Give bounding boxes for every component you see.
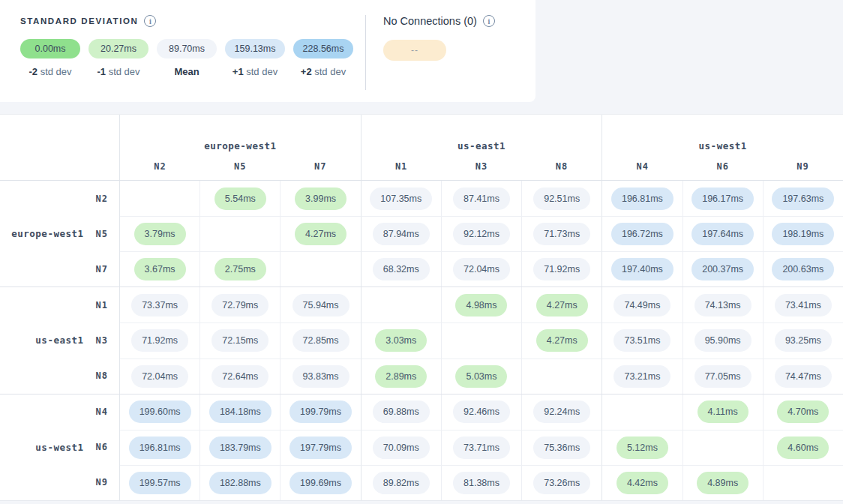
latency-pill[interactable]: 183.79ms <box>209 436 272 459</box>
column-group-europe-west1: europe-west1N2N5N7 <box>120 115 361 180</box>
legend-pill-mean: 89.70ms <box>157 39 217 58</box>
latency-pill[interactable]: 184.18ms <box>209 400 272 423</box>
latency-pill[interactable]: 72.79ms <box>212 294 268 316</box>
latency-pill[interactable]: 73.51ms <box>614 329 670 352</box>
latency-pill[interactable]: 74.47ms <box>775 365 832 388</box>
matrix-cell: 4.60ms <box>763 430 843 465</box>
latency-pill[interactable]: 73.21ms <box>614 365 670 388</box>
latency-pill[interactable]: 75.94ms <box>292 294 350 316</box>
latency-pill[interactable]: 197.40ms <box>611 258 674 280</box>
latency-pill[interactable]: 4.98ms <box>455 294 507 316</box>
matrix-cell: 200.37ms <box>682 251 763 286</box>
latency-pill[interactable]: 71.73ms <box>533 223 590 245</box>
latency-pill[interactable]: 72.04ms <box>453 258 510 280</box>
latency-pill[interactable]: 182.88ms <box>209 472 272 494</box>
matrix-cell: 69.88ms <box>361 394 441 430</box>
latency-pill[interactable]: 199.79ms <box>290 400 352 423</box>
latency-pill[interactable]: 70.09ms <box>373 436 430 459</box>
latency-pill[interactable]: 197.63ms <box>772 188 834 210</box>
latency-pill[interactable]: 196.81ms <box>129 436 191 459</box>
latency-pill[interactable]: 71.92ms <box>131 329 188 352</box>
latency-pill[interactable]: 2.89ms <box>375 365 427 388</box>
column-node-label-N8: N8 <box>521 161 602 172</box>
latency-pill[interactable]: 92.51ms <box>533 188 590 210</box>
matrix-cell: 72.15ms <box>200 322 280 358</box>
latency-pill[interactable]: 199.60ms <box>129 400 191 423</box>
matrix-cell: 92.46ms <box>441 394 521 430</box>
latency-pill[interactable]: 196.81ms <box>611 188 674 210</box>
latency-pill[interactable]: 74.49ms <box>614 294 670 316</box>
latency-pill[interactable]: 199.57ms <box>129 472 191 494</box>
latency-pill[interactable]: 5.54ms <box>214 188 266 210</box>
latency-pill[interactable]: 75.36ms <box>533 436 590 459</box>
latency-pill[interactable]: 93.83ms <box>292 365 350 388</box>
matrix-cell: 95.90ms <box>682 322 763 358</box>
latency-pill[interactable]: 197.64ms <box>692 223 754 245</box>
matrix-cell: 72.04ms <box>441 251 521 286</box>
latency-pill[interactable]: 4.27ms <box>295 223 346 245</box>
latency-pill[interactable]: 87.94ms <box>373 223 430 245</box>
latency-pill[interactable]: 107.35ms <box>370 188 432 210</box>
matrix-cell: 87.94ms <box>361 216 441 251</box>
matrix-cell: 89.82ms <box>361 465 441 500</box>
latency-pill[interactable]: 4.11ms <box>698 400 748 423</box>
latency-pill[interactable]: 3.99ms <box>295 188 346 210</box>
latency-pill[interactable]: 4.42ms <box>616 472 668 494</box>
latency-pill[interactable]: 92.12ms <box>453 223 510 245</box>
latency-pill[interactable]: 5.03ms <box>455 365 507 388</box>
latency-pill[interactable]: 3.03ms <box>375 329 427 352</box>
latency-pill[interactable]: 95.90ms <box>694 329 752 352</box>
latency-pill[interactable]: 72.85ms <box>292 329 350 352</box>
latency-pill[interactable]: 77.05ms <box>694 365 752 388</box>
latency-pill[interactable]: 4.27ms <box>536 294 588 316</box>
latency-pill[interactable]: 196.17ms <box>692 188 754 210</box>
latency-pill[interactable]: 93.25ms <box>775 329 832 352</box>
latency-pill[interactable]: 4.60ms <box>777 436 829 459</box>
latency-pill[interactable]: 89.82ms <box>373 472 430 494</box>
matrix-cell: 197.40ms <box>602 251 682 286</box>
latency-pill[interactable]: 197.79ms <box>290 436 352 459</box>
latency-pill[interactable]: 199.69ms <box>290 472 352 494</box>
legend-label-plus2: +2 std dev <box>293 66 353 77</box>
latency-pill[interactable]: 69.88ms <box>373 400 430 423</box>
latency-pill[interactable]: 200.37ms <box>692 258 754 280</box>
matrix-cell-self <box>200 216 280 251</box>
latency-pill[interactable]: 200.63ms <box>772 258 834 280</box>
latency-pill[interactable]: 73.26ms <box>533 472 590 494</box>
latency-pill[interactable]: 92.46ms <box>453 400 510 423</box>
row-label-cell: europe-west1N5 <box>0 216 120 251</box>
matrix-cell: 72.79ms <box>200 287 280 322</box>
matrix-cell: 92.51ms <box>521 181 602 216</box>
latency-pill[interactable]: 81.38ms <box>453 472 510 494</box>
latency-pill[interactable]: 87.41ms <box>453 188 510 210</box>
latency-pill[interactable]: 74.13ms <box>694 294 752 316</box>
latency-pill[interactable]: 72.04ms <box>131 365 188 388</box>
latency-pill[interactable]: 71.92ms <box>533 258 590 280</box>
matrix-cell: 73.37ms <box>120 287 200 322</box>
latency-pill[interactable]: 2.75ms <box>214 258 266 280</box>
latency-pill[interactable]: 3.79ms <box>134 223 186 245</box>
latency-pill[interactable]: 196.72ms <box>611 223 674 245</box>
latency-pill[interactable]: 72.64ms <box>212 365 268 388</box>
latency-pill[interactable]: 72.15ms <box>212 329 268 352</box>
matrix-cell: 71.92ms <box>120 322 200 358</box>
latency-pill[interactable]: 73.37ms <box>131 294 188 316</box>
latency-pill[interactable]: 73.71ms <box>453 436 510 459</box>
row-node-label-N9: N9 <box>96 477 108 488</box>
info-icon[interactable]: i <box>144 15 156 27</box>
latency-pill[interactable]: 73.41ms <box>775 294 832 316</box>
latency-pill[interactable]: 92.24ms <box>533 400 590 423</box>
matrix-cell: 71.73ms <box>521 216 602 251</box>
latency-pill[interactable]: 4.89ms <box>697 472 748 494</box>
latency-pill[interactable]: 4.70ms <box>777 400 829 423</box>
info-icon[interactable]: i <box>483 15 495 27</box>
latency-pill[interactable]: 4.27ms <box>536 329 588 352</box>
row-label-cell: N2 <box>0 181 120 216</box>
row-region-label: us-west1 <box>35 442 83 453</box>
latency-pill[interactable]: 3.67ms <box>134 258 186 280</box>
latency-pill[interactable]: 198.19ms <box>772 223 834 245</box>
row-label-cell: us-east1N3 <box>0 322 120 358</box>
latency-pill[interactable]: 68.32ms <box>373 258 430 280</box>
column-group-us-east1: us-east1N1N3N8 <box>361 115 602 180</box>
latency-pill[interactable]: 5.12ms <box>616 436 668 459</box>
